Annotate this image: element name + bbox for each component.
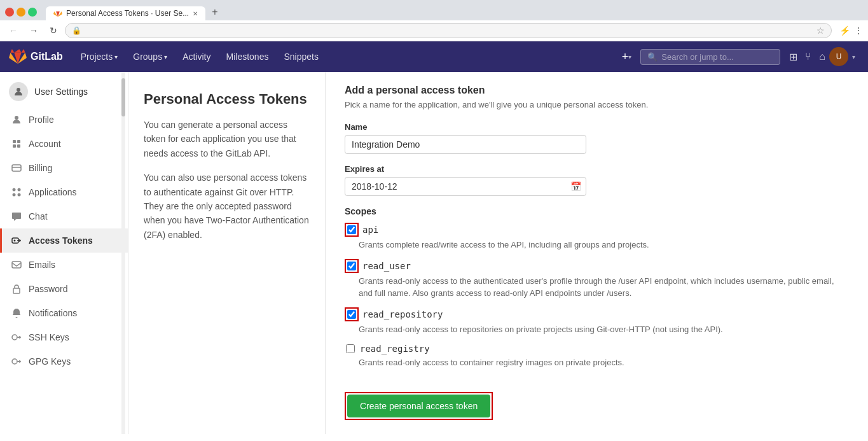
create-token-button[interactable]: Create personal access token [347, 395, 490, 417]
gitlab-tab-icon [53, 9, 62, 18]
svg-rect-5 [17, 144, 20, 148]
navbar-snippets[interactable]: Snippets [276, 41, 326, 72]
navbar-groups[interactable]: Groups ▾ [125, 41, 175, 72]
scope-read-user-label: read_user [362, 261, 411, 271]
description-paragraph-1: You can generate a personal access token… [144, 118, 310, 160]
home-icon: ⌂ [819, 51, 825, 62]
gitlab-navbar: GitLab Projects ▾ Groups ▾ Activity Mile… [0, 41, 868, 72]
description-paragraph-2: You can also use personal access tokens … [144, 171, 310, 242]
scope-read-registry-checkbox[interactable] [346, 344, 355, 353]
form-subtitle: Pick a name for the application, and we'… [345, 100, 849, 109]
sidebar-item-notifications[interactable]: Notifications [0, 301, 128, 325]
applications-icon [11, 186, 22, 198]
extensions-btn[interactable]: ⚡ [839, 25, 850, 36]
sidebar-scroll-thumb [121, 78, 125, 116]
expires-field-group: Expires at 📅 [345, 164, 849, 196]
url-input[interactable]: https://gitlab.com/profile/personal_acce… [85, 26, 813, 36]
calendar-icon[interactable]: 📅 [570, 181, 581, 192]
bookmark-icon[interactable]: ☆ [816, 25, 825, 36]
navbar-activity-label: Activity [183, 52, 210, 62]
profile-icon [11, 114, 22, 125]
scope-item-read-user: read_user Grants read-only access to the… [345, 259, 849, 300]
svg-point-16 [12, 335, 17, 340]
sidebar-scrollbar[interactable] [121, 72, 125, 434]
active-tab[interactable]: Personal Access Tokens · User Se... ✕ [46, 6, 205, 20]
svg-point-9 [18, 188, 21, 192]
search-input[interactable] [661, 52, 773, 62]
scope-read-repository-checkbox-row: read_repository [345, 307, 849, 321]
sidebar-item-access-tokens[interactable]: Access Tokens [0, 228, 128, 253]
sidebar-emails-label: Emails [29, 260, 55, 270]
scope-api-label: api [362, 225, 378, 235]
sidebar-item-account[interactable]: Account [0, 132, 128, 156]
navbar-snippets-label: Snippets [284, 52, 318, 62]
svg-rect-2 [13, 140, 16, 143]
sidebar-item-profile[interactable]: Profile [0, 108, 128, 132]
navbar-groups-label: Groups [133, 52, 162, 62]
gpg-keys-icon [11, 356, 22, 367]
maximize-window-btn[interactable] [28, 8, 37, 17]
minimize-window-btn[interactable] [17, 8, 25, 17]
close-window-btn[interactable] [5, 8, 14, 17]
gitlab-logo[interactable]: GitLab [9, 48, 63, 66]
navbar-user-dropdown-btn[interactable]: ▾ [848, 50, 859, 64]
date-input-wrapper: 📅 [345, 177, 586, 196]
svg-rect-4 [13, 144, 16, 148]
sidebar-item-password[interactable]: Password [0, 277, 128, 301]
sidebar-access-tokens-label: Access Tokens [29, 235, 93, 246]
scope-read-registry-label: read_registry [360, 344, 430, 354]
svg-point-1 [15, 116, 18, 120]
form-section-title: Add a personal access token [345, 85, 849, 96]
back-btn[interactable]: ← [5, 23, 22, 38]
sidebar-item-gpg-keys[interactable]: GPG Keys [0, 349, 128, 374]
reload-btn[interactable]: ↻ [46, 23, 61, 38]
scope-api-checkbox-wrapper [345, 223, 359, 237]
user-settings-label: User Settings [34, 87, 88, 97]
plus-dropdown-icon: ▾ [628, 53, 631, 60]
scope-read-user-description: Grants read-only access to the authentic… [359, 275, 849, 300]
user-avatar[interactable]: U [829, 47, 848, 66]
scope-item-read-repository: read_repository Grants read-only access … [345, 307, 849, 336]
tab-bar: Personal Access Tokens · User Se... ✕ + [46, 4, 223, 20]
expires-input[interactable] [345, 177, 586, 196]
menu-btn[interactable]: ⋮ [854, 25, 863, 36]
navbar-fork-btn[interactable]: ⑂ [801, 47, 815, 66]
access-tokens-icon [11, 235, 22, 246]
scope-api-description: Grants complete read/write access to the… [359, 239, 849, 251]
page-layout: User Settings Profile Account [0, 72, 868, 434]
sidebar-item-emails[interactable]: Emails [0, 253, 128, 277]
scope-api-checkbox[interactable] [347, 225, 356, 234]
scope-read-repository-checkbox[interactable] [347, 310, 356, 319]
navbar-home-btn[interactable]: ⌂ [815, 47, 829, 66]
tab-title: Personal Access Tokens · User Se... [66, 9, 189, 18]
expires-field-label: Expires at [345, 164, 849, 174]
navbar-projects[interactable]: Projects ▾ [73, 41, 126, 72]
scope-read-user-checkbox[interactable] [347, 262, 356, 270]
tab-close-btn[interactable]: ✕ [193, 10, 198, 17]
navbar-monitor-btn[interactable]: ⊞ [785, 47, 801, 67]
sidebar-account-label: Account [29, 139, 61, 149]
browser-chrome: Personal Access Tokens · User Se... ✕ + [0, 0, 868, 20]
forward-btn[interactable]: → [25, 23, 42, 38]
left-column: Personal Access Tokens You can generate … [128, 72, 326, 434]
page-title: Personal Access Tokens [144, 91, 310, 108]
scope-read-user-checkbox-wrapper [345, 259, 359, 273]
sidebar-item-chat[interactable]: Chat [0, 204, 128, 228]
navbar-milestones[interactable]: Milestones [219, 41, 277, 72]
ssh-keys-icon [11, 332, 22, 343]
groups-dropdown-icon: ▾ [164, 53, 167, 60]
right-column: Add a personal access token Pick a name … [326, 72, 868, 434]
navbar-search[interactable]: 🔍 [640, 49, 780, 65]
name-field-group: Name [345, 122, 849, 154]
new-tab-btn[interactable]: + [207, 4, 223, 20]
scope-read-repository-checkbox-wrapper [345, 307, 359, 321]
main-content: Personal Access Tokens You can generate … [128, 72, 868, 434]
navbar-activity[interactable]: Activity [175, 41, 218, 72]
navbar-plus-btn[interactable]: + ▾ [618, 46, 636, 67]
sidebar-item-ssh-keys[interactable]: SSH Keys [0, 325, 128, 349]
address-bar[interactable]: 🔒 https://gitlab.com/profile/personal_ac… [65, 23, 832, 38]
sidebar-applications-label: Applications [29, 187, 77, 197]
sidebar-item-billing[interactable]: Billing [0, 156, 128, 180]
sidebar-item-applications[interactable]: Applications [0, 180, 128, 204]
name-input[interactable] [345, 135, 586, 154]
